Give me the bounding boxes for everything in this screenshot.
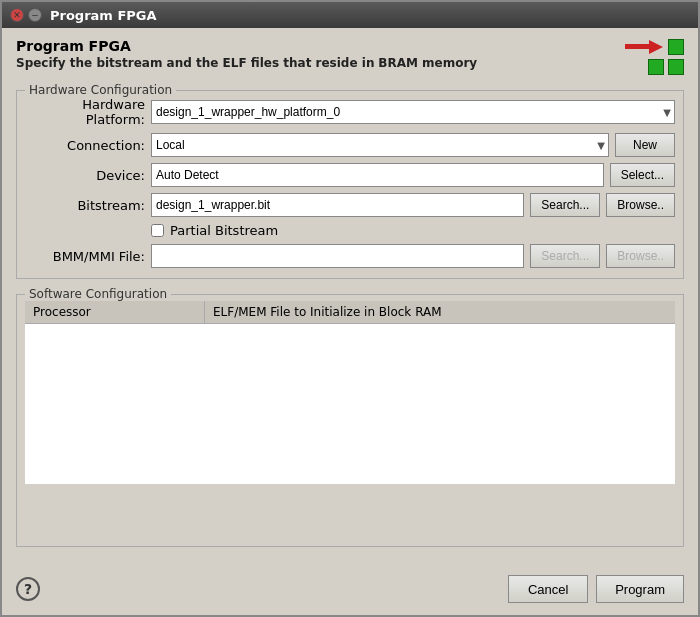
hardware-platform-select[interactable]: design_1_wrapper_hw_platform_0 (151, 100, 675, 124)
fpga-icon (604, 38, 684, 75)
svg-marker-1 (649, 40, 663, 54)
help-button[interactable]: ? (16, 577, 40, 601)
bitstream-label: Bitstream: (25, 198, 145, 213)
connection-select[interactable]: Local (151, 133, 609, 157)
partial-bitstream-checkbox[interactable] (151, 224, 164, 237)
fpga-chip2-icon (648, 59, 664, 75)
window-title: Program FPGA (50, 8, 157, 23)
bmm-browse-button[interactable]: Browse.. (606, 244, 675, 268)
select-button[interactable]: Select... (610, 163, 675, 187)
minimize-button[interactable]: − (28, 8, 42, 22)
bitstream-search-button[interactable]: Search... (530, 193, 600, 217)
partial-bitstream-label: Partial Bitstream (170, 223, 278, 238)
fpga-chip-icon (668, 39, 684, 55)
main-content: Program FPGA Specify the bitstream and t… (2, 28, 698, 565)
hardware-platform-select-wrapper: design_1_wrapper_hw_platform_0 (151, 100, 675, 124)
connection-row: Connection: Local New (25, 133, 675, 157)
bitstream-input[interactable] (151, 193, 524, 217)
software-config-legend: Software Configuration (25, 287, 171, 301)
program-button[interactable]: Program (596, 575, 684, 603)
new-button[interactable]: New (615, 133, 675, 157)
bmm-search-button[interactable]: Search... (530, 244, 600, 268)
title-bar-buttons: ✕ − (10, 8, 42, 22)
connection-label: Connection: (25, 138, 145, 153)
software-table: Processor ELF/MEM File to Initialize in … (25, 301, 675, 484)
table-body (25, 324, 675, 484)
header-title: Program FPGA (16, 38, 477, 54)
fpga-arrow-icon (625, 38, 665, 56)
title-bar: ✕ − Program FPGA (2, 2, 698, 28)
hardware-platform-label: Hardware Platform: (25, 97, 145, 127)
svg-rect-0 (625, 44, 649, 49)
col-processor-header: Processor (25, 301, 205, 323)
footer: ? Cancel Program (2, 565, 698, 615)
hardware-platform-row: Hardware Platform: design_1_wrapper_hw_p… (25, 97, 675, 127)
partial-bitstream-row: Partial Bitstream (151, 223, 675, 238)
header-subtitle: Specify the bitstream and the ELF files … (16, 56, 477, 70)
close-button[interactable]: ✕ (10, 8, 24, 22)
bmm-input[interactable] (151, 244, 524, 268)
bmm-row: BMM/MMI File: Search... Browse.. (25, 244, 675, 268)
subtitle-before: Specify the bitstream and the ELF files … (16, 56, 374, 70)
hardware-config-section: Hardware Configuration Hardware Platform… (16, 83, 684, 279)
bmm-label: BMM/MMI File: (25, 249, 145, 264)
bitstream-row: Bitstream: Search... Browse.. (25, 193, 675, 217)
header-text: Program FPGA Specify the bitstream and t… (16, 38, 477, 70)
fpga-icon-row2 (648, 59, 684, 75)
header-area: Program FPGA Specify the bitstream and t… (16, 38, 684, 75)
footer-buttons: Cancel Program (508, 575, 684, 603)
hardware-config-legend: Hardware Configuration (25, 83, 176, 97)
device-row: Device: Select... (25, 163, 675, 187)
connection-select-wrapper: Local (151, 133, 609, 157)
program-fpga-window: ✕ − Program FPGA Program FPGA Specify th… (0, 0, 700, 617)
fpga-icon-row1 (625, 38, 684, 56)
device-input[interactable] (151, 163, 604, 187)
software-config-section: Software Configuration Processor ELF/MEM… (16, 287, 684, 547)
cancel-button[interactable]: Cancel (508, 575, 588, 603)
table-header: Processor ELF/MEM File to Initialize in … (25, 301, 675, 324)
bitstream-browse-button[interactable]: Browse.. (606, 193, 675, 217)
col-elf-header: ELF/MEM File to Initialize in Block RAM (205, 301, 675, 323)
device-label: Device: (25, 168, 145, 183)
fpga-chip3-icon (668, 59, 684, 75)
subtitle-highlight: BRAM memory (378, 56, 477, 70)
